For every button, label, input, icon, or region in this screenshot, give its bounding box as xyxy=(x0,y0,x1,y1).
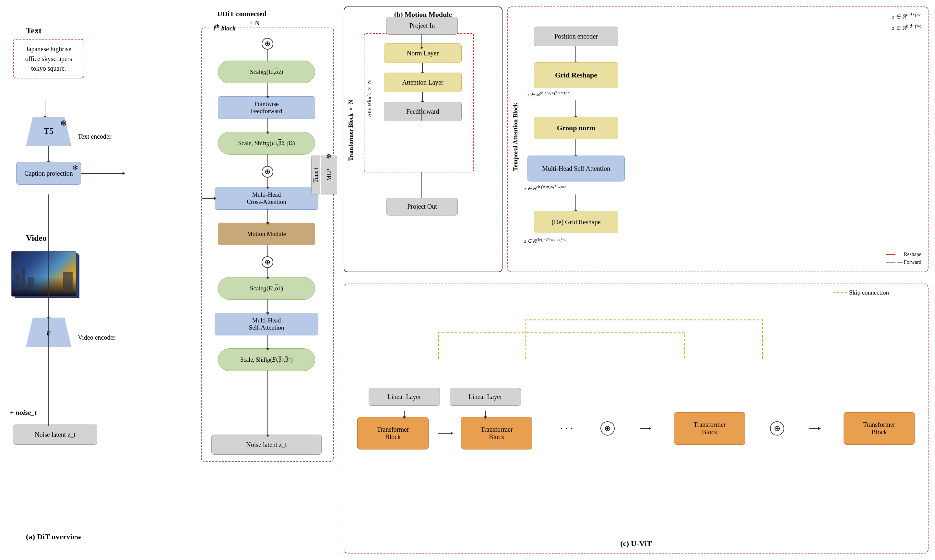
z-formula-2: z ∈ ℝb·d×f×c xyxy=(892,23,921,31)
attn-block-container: Attn Block × N Norm Layer Attention Laye… xyxy=(364,33,474,172)
group-norm-box: Group norm xyxy=(534,117,618,139)
noise-latent-box: Noise latent z_t xyxy=(13,425,97,445)
temp-arrow2 xyxy=(576,100,576,117)
transformer-block-3: TransformerBlock xyxy=(674,412,746,445)
main-container: Text Japanese highrise office skyscraper… xyxy=(0,0,935,560)
z-formula-4: z ∈ ℝ(b·f·n·m)×(h·w)×c xyxy=(524,185,566,192)
arrow-to-mhca xyxy=(202,198,215,198)
plus-circle-mid: ⊕ xyxy=(262,166,273,178)
mm-arrow-pout xyxy=(422,172,422,198)
pointwise-ff-box: PointwiseFeedforward xyxy=(218,96,315,119)
freeze-icon-mlp: ❄ xyxy=(326,152,332,161)
linear-layer-2-box: Linear Layer xyxy=(450,388,521,406)
z-formula-1: z ∈ ℝb·d×f×c xyxy=(892,12,921,20)
mlp-label: MLP xyxy=(326,169,333,181)
video-encoder-box: ε xyxy=(26,318,71,347)
line-v3 xyxy=(268,118,268,132)
mm-arrow-pin xyxy=(422,34,422,47)
noise-latent-mid-box: Noise latent z_t xyxy=(211,435,322,455)
times-n: × N xyxy=(250,20,260,27)
forward-legend: — Forward xyxy=(897,259,921,265)
uviT-panel: Skip connection Linear Layer Linear Laye… xyxy=(344,283,929,554)
motion-module-panel: (b) Motion Module Transformer Block × N … xyxy=(344,6,502,272)
uviT-title: (c) U-ViT xyxy=(620,539,652,548)
project-out-box: Project Out xyxy=(387,198,458,215)
transformer-block-vert-label: Transformer Block × N xyxy=(348,40,354,221)
mm-arrow2 xyxy=(422,92,423,102)
transformer-block-2: TransformerBlock xyxy=(461,417,532,449)
text-input-box: Japanese highrise office skyscrapers tok… xyxy=(13,39,84,78)
video-section-label: Video xyxy=(26,233,47,243)
z-formula-5: z ∈ ℝ(b·f)×(h·w·n·m)×c xyxy=(524,237,566,244)
left-transformer-blocks: TransformerBlock TransformerBlock xyxy=(357,417,532,449)
reshape-legend: — Reshape xyxy=(897,251,921,257)
scale-shift-lower-box: Scale, Shift g(Ei, β2, β2) xyxy=(218,348,315,371)
time-t-box: Time t xyxy=(311,155,320,194)
line-v2 xyxy=(268,83,268,97)
freeze-icon-t5: ❄ xyxy=(60,118,68,129)
scale-shift-beta2-box: Scale, Shift g(Ei, β2, β2) xyxy=(218,132,315,155)
legend: — Reshape — Forward xyxy=(886,251,921,265)
udit-label: UDiT connected xyxy=(217,10,266,18)
arrow-uviT-1 xyxy=(640,428,649,429)
grid-reshape-box: Grid Reshape xyxy=(534,62,618,88)
position-encoder-box: Position encoder xyxy=(534,26,618,46)
arrow-text-to-t5 xyxy=(45,100,45,117)
transformer-block-1: TransformerBlock xyxy=(357,417,428,449)
video-encoder-label: Video encoder xyxy=(78,334,116,341)
line-v11 xyxy=(268,371,268,435)
plus-circle-uviT-2: ⊕ xyxy=(770,421,784,435)
line-v6 xyxy=(268,209,268,223)
linear-layer-1-box: Linear Layer xyxy=(369,388,440,406)
line-v1 xyxy=(268,49,268,61)
z-formula-3: z ∈ ℝ(b·h·w)×(f·n·m)×c xyxy=(527,91,570,97)
left-panel: Text Japanese highrise office skyscraper… xyxy=(6,6,194,551)
line-v4 xyxy=(268,154,268,166)
ith-block-container: ith block ⊕ Scale g(Ei, α2) PointwiseFee… xyxy=(201,28,334,462)
project-in-box: Project In xyxy=(387,17,458,35)
scale-alpha1-box: Scale g(Ei, α1) xyxy=(218,277,315,300)
arrow-uviT-2 xyxy=(809,428,819,429)
plus-circle-lower: ⊕ xyxy=(262,256,273,268)
transformer-block-4: TransformerBlock xyxy=(844,412,915,445)
motion-module-box: Motion Module xyxy=(218,223,315,245)
freeze-icon-caption: ❄ xyxy=(72,164,78,172)
arrow-tb1-tb2 xyxy=(438,433,451,434)
feedforward-box: Feedforward xyxy=(384,102,462,121)
skip-connection-label: Skip connection xyxy=(833,289,889,296)
mhca-box: Multi-HeadCross-Attention xyxy=(215,187,318,210)
middle-panel: UDiT connected × N ith block ⊕ Scale g(E… xyxy=(198,6,340,551)
dit-overview-title: (a) DiT overview xyxy=(26,532,82,541)
time-t-label: Time t xyxy=(313,168,319,183)
arrow-t5-to-caption xyxy=(48,146,49,162)
mhsa-box: Multi-HeadSelf-Attention xyxy=(215,313,318,335)
t5-label: T5 xyxy=(44,126,54,136)
line-v5 xyxy=(268,177,268,187)
encoder-symbol: ε xyxy=(47,327,51,338)
plus-circle-top: ⊕ xyxy=(262,38,273,49)
text-section-label: Text xyxy=(26,26,42,35)
uviT-content: Linear Layer Linear Layer xyxy=(357,304,915,534)
attn-block-vert-label: Attn Block × N xyxy=(367,53,373,144)
caption-proj-label: Caption projection xyxy=(24,170,72,177)
mhsa-temporal-box: Multi-Head Self Attention xyxy=(527,155,625,182)
plus-circle-uviT-1: ⊕ xyxy=(601,421,615,435)
caption-projection-box: Caption projection ❄ xyxy=(16,162,81,185)
temp-arrow4 xyxy=(576,194,576,211)
noise-plus-label: + noise_t xyxy=(10,408,37,417)
line-v8 xyxy=(268,268,268,277)
arrow-main-left xyxy=(48,194,49,426)
linear-layers-row: Linear Layer Linear Layer xyxy=(369,388,521,406)
temporal-title-vert: Temporal Attention Block xyxy=(512,40,519,234)
line-v9 xyxy=(268,299,268,313)
dots: · · · xyxy=(560,423,573,434)
right-top: (b) Motion Module Transformer Block × N … xyxy=(344,6,929,279)
norm-layer-box: Norm Layer xyxy=(384,43,462,63)
line-v10 xyxy=(268,335,268,349)
de-grid-reshape-box: (De) Grid Reshape xyxy=(534,211,618,233)
text-encoder-label: Text encoder xyxy=(78,133,111,140)
ith-block-label: ith block xyxy=(211,23,238,32)
video-frames xyxy=(11,251,81,300)
attention-layer-box: Attention Layer xyxy=(384,72,462,92)
uviT-left-group: Linear Layer Linear Layer xyxy=(357,388,532,449)
